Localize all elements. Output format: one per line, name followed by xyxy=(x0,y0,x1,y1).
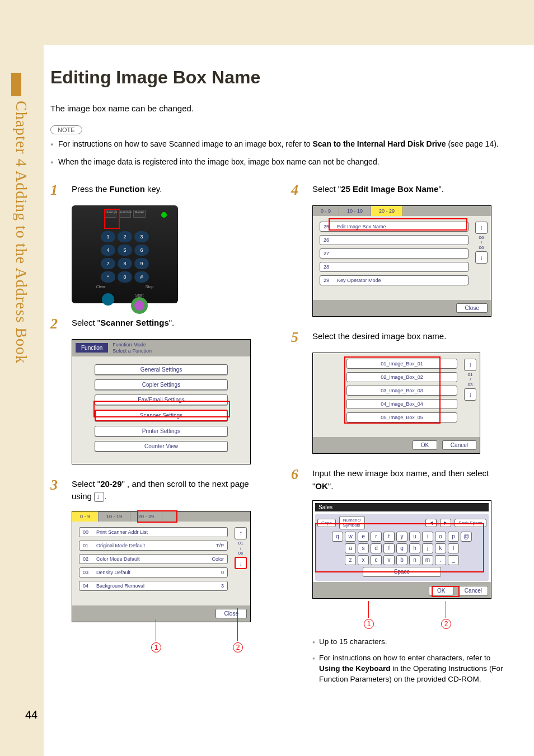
image-box-item[interactable]: 02_Image_Box_02 xyxy=(346,372,457,382)
callout-2: 2 xyxy=(441,619,451,629)
image-box-item[interactable]: 01_Image_Box_01 xyxy=(346,359,457,369)
list-row[interactable]: 29Key Operator Mode xyxy=(320,275,469,285)
keyboard-key[interactable]: e xyxy=(358,532,369,542)
tab-active[interactable]: 20 - 29 xyxy=(371,206,403,216)
cancel-button[interactable]: Cancel xyxy=(442,440,476,450)
chapter-vertical-title: Chapter 4 Adding to the Address Book xyxy=(12,101,30,364)
sub-note-list: Up to 15 characters. For instructions on… xyxy=(312,637,509,685)
image-box-item[interactable]: 05_Image_Box_05 xyxy=(346,412,457,422)
keypad-key[interactable]: 1 xyxy=(101,231,115,242)
keyboard-key[interactable]: @ xyxy=(461,532,472,542)
ok-button[interactable]: OK xyxy=(429,586,453,595)
list-row[interactable]: 04Background Removal3 xyxy=(79,581,228,591)
keyboard-key[interactable]: r xyxy=(371,532,382,542)
tab[interactable]: 10 - 19 xyxy=(99,511,130,522)
keyboard-key[interactable]: t xyxy=(383,532,395,542)
keypad-key[interactable]: 9 xyxy=(134,258,149,269)
start-button[interactable] xyxy=(131,297,148,314)
keyboard-key[interactable]: b xyxy=(396,555,407,565)
list-row[interactable]: 02Color Mode DefaultColor xyxy=(79,554,228,564)
keyboard-key[interactable]: y xyxy=(396,532,407,542)
list-row[interactable]: 28 xyxy=(320,262,469,272)
cancel-button[interactable]: Cancel xyxy=(458,586,488,595)
keyboard-key[interactable]: o xyxy=(435,532,446,542)
keypad-key[interactable]: 2 xyxy=(118,231,132,242)
tab[interactable]: 0 - 9 xyxy=(72,511,99,522)
keyboard-key[interactable]: u xyxy=(409,532,420,542)
keyboard-key[interactable]: v xyxy=(383,555,395,565)
note-badge: NOTE xyxy=(50,125,82,134)
keypad-key[interactable]: 3 xyxy=(134,231,149,242)
menu-item[interactable]: Fax/Email Settings xyxy=(95,395,228,405)
keyboard-key[interactable]: m xyxy=(422,555,433,565)
keyboard-key[interactable]: g xyxy=(396,543,407,553)
keypad-key[interactable]: 8 xyxy=(118,258,132,269)
step-text: Select "25 Edit Image Box Name". xyxy=(312,183,509,198)
list-row-edit-image-box[interactable]: 25Edit Image Box Name xyxy=(320,222,469,232)
scroll-up-icon[interactable]: ↑ xyxy=(475,222,488,234)
tab[interactable]: 20 - 29 xyxy=(130,511,162,522)
page-header-band xyxy=(0,0,534,45)
keyboard-key[interactable]: n xyxy=(409,555,420,565)
list-row[interactable]: 03Density Default0 xyxy=(79,567,228,577)
chapter-tab xyxy=(11,73,21,96)
ok-button[interactable]: OK xyxy=(413,440,437,450)
clear-button[interactable] xyxy=(102,293,114,306)
list-row[interactable]: 01Original Mode DefaultT/P xyxy=(79,541,228,551)
list-row[interactable]: 00Print Scanner Addr List xyxy=(79,527,228,537)
keypad-key[interactable]: 5 xyxy=(118,245,132,256)
keyboard-key[interactable]: z xyxy=(345,555,356,565)
keyboard-key[interactable]: . xyxy=(435,555,446,565)
keypad-key[interactable]: 4 xyxy=(101,245,115,256)
space-key[interactable]: Space xyxy=(363,567,441,577)
cursor-left-icon[interactable]: ◀ xyxy=(425,519,437,527)
keyboard-key[interactable]: _ xyxy=(448,555,459,565)
tab[interactable]: 10 - 19 xyxy=(339,206,371,216)
list-row[interactable]: 26 xyxy=(320,235,469,245)
menu-item[interactable]: Counter View xyxy=(95,441,228,452)
menu-item[interactable]: General Settings xyxy=(95,364,228,375)
menu-item[interactable]: Copier Settings xyxy=(95,379,228,390)
numeric-symbols-button[interactable]: Numeric/ Symbols xyxy=(339,516,365,529)
scroll-down-icon[interactable]: ↓ xyxy=(235,557,247,569)
device-top-btn[interactable]: Function xyxy=(119,210,131,218)
close-button[interactable]: Close xyxy=(456,303,488,313)
tab[interactable]: 0 - 9 xyxy=(313,206,339,216)
keyboard-key[interactable]: f xyxy=(383,543,395,553)
keyboard-key[interactable]: c xyxy=(371,555,382,565)
keyboard-key[interactable]: l xyxy=(448,543,459,553)
close-button[interactable]: Close xyxy=(216,609,247,618)
cursor-right-icon[interactable]: ▶ xyxy=(440,519,451,527)
keyboard-key[interactable]: a xyxy=(345,543,356,553)
keypad-key[interactable]: 0 xyxy=(118,271,132,283)
device-top-btn[interactable]: Reset xyxy=(133,210,146,218)
list-row[interactable]: 27 xyxy=(320,248,469,259)
keyboard-key[interactable]: j xyxy=(422,543,433,553)
sub-note-item: Up to 15 characters. xyxy=(312,637,509,647)
scroll-up-icon[interactable]: ↑ xyxy=(235,527,247,539)
scroll-up-icon[interactable]: ↑ xyxy=(464,359,476,371)
keypad-key[interactable]: * xyxy=(101,271,115,283)
image-box-item[interactable]: 03_Image_Box_03 xyxy=(346,386,457,396)
keyboard-key[interactable]: w xyxy=(345,532,356,542)
keyboard-key[interactable]: i xyxy=(422,532,433,542)
keypad-key[interactable]: 7 xyxy=(101,258,115,269)
backspace-button[interactable]: Back Space xyxy=(455,519,486,527)
keyboard-key[interactable]: k xyxy=(435,543,446,553)
keyboard-key[interactable]: s xyxy=(358,543,369,553)
caps-button[interactable]: Caps xyxy=(317,519,336,527)
scroll-down-icon[interactable]: ↓ xyxy=(464,388,476,401)
image-box-item[interactable]: 04_Image_Box_04 xyxy=(346,399,457,409)
keyboard-key[interactable]: d xyxy=(371,543,382,553)
keyboard-key[interactable]: h xyxy=(409,543,420,553)
keyboard-key[interactable]: q xyxy=(332,532,343,542)
function-tab[interactable]: Function xyxy=(76,343,108,353)
menu-item-scanner-settings[interactable]: Scanner Settings xyxy=(95,410,228,421)
keypad-key[interactable]: # xyxy=(134,271,149,283)
scroll-down-icon[interactable]: ↓ xyxy=(475,251,488,264)
keypad-key[interactable]: 6 xyxy=(134,245,149,256)
menu-item[interactable]: Printer Settings xyxy=(95,426,228,436)
device-illustration: Interrupt Function Reset 1 2 3 4 5 6 7 xyxy=(72,205,269,303)
keyboard-key[interactable]: p xyxy=(448,532,459,542)
keyboard-key[interactable]: x xyxy=(358,555,369,565)
